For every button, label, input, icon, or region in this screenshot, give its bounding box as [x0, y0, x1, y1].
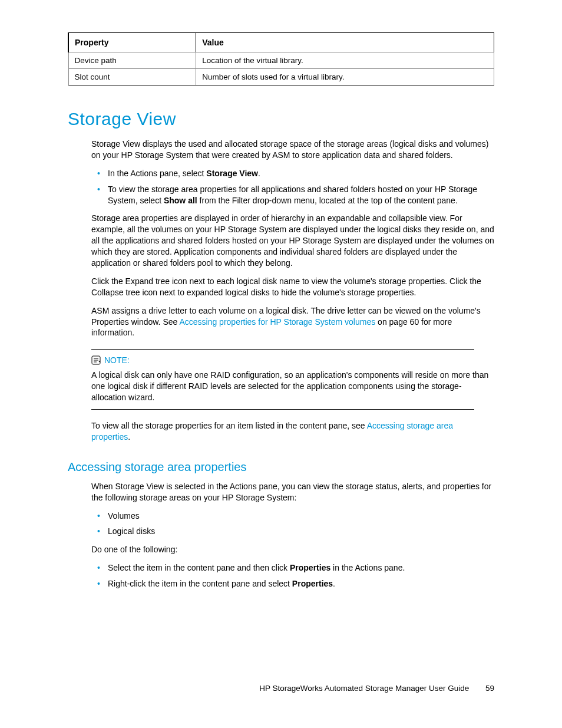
- note-body: A logical disk can only have one RAID co…: [91, 370, 494, 403]
- heading-storage-view: Storage View: [68, 109, 494, 129]
- property-table: Property Value Device path Location of t…: [68, 32, 494, 85]
- heading-accessing-storage-area: Accessing storage area properties: [68, 460, 494, 474]
- page-footer: HP StorageWorks Automated Storage Manage…: [259, 684, 494, 693]
- table-row: Device path Location of the virtual libr…: [68, 52, 494, 69]
- note-rule-top: [91, 349, 474, 350]
- sec2-intro: When Storage View is selected in the Act…: [91, 481, 494, 503]
- table-cell: Device path: [68, 52, 196, 69]
- table-row: Slot count Number of slots used for a vi…: [68, 69, 494, 85]
- intro-paragraph: Storage View displays the used and alloc…: [91, 139, 494, 161]
- note-box: NOTE: A logical disk can only have one R…: [68, 349, 494, 410]
- table-header-property: Property: [68, 33, 196, 52]
- storage-areas-list: Volumes Logical disks: [91, 510, 494, 538]
- do-list: Select the item in the content pane and …: [91, 562, 494, 589]
- view-all-paragraph: To view all the storage properties for a…: [91, 420, 494, 443]
- list-item: Logical disks: [104, 526, 494, 537]
- page-number: 59: [485, 684, 494, 693]
- table-header-value: Value: [196, 33, 494, 52]
- table-cell: Slot count: [68, 69, 196, 85]
- note-icon: [91, 355, 101, 365]
- note-rule-bottom: [91, 409, 474, 410]
- note-header: NOTE:: [91, 355, 494, 365]
- link-accessing-properties-volumes[interactable]: Accessing properties for HP Storage Syst…: [179, 317, 375, 327]
- list-item: To view the storage area properties for …: [104, 184, 494, 206]
- list-item: Right-click the item in the content pane…: [104, 578, 494, 589]
- expand-collapse-paragraph: Click the Expand tree icon next to each …: [91, 276, 494, 298]
- actions-list: In the Actions pane, select Storage View…: [91, 168, 494, 206]
- list-item: Select the item in the content pane and …: [104, 562, 494, 574]
- hierarchy-paragraph: Storage area properties are displayed in…: [91, 213, 494, 268]
- list-item: In the Actions pane, select Storage View…: [104, 168, 494, 179]
- table-cell: Location of the virtual library.: [196, 52, 494, 69]
- table-cell: Number of slots used for a virtual libra…: [196, 69, 494, 85]
- do-one-paragraph: Do one of the following:: [91, 544, 494, 555]
- list-item: Volumes: [104, 510, 494, 522]
- drive-letter-paragraph: ASM assigns a drive letter to each volum…: [91, 305, 494, 339]
- footer-title: HP StorageWorks Automated Storage Manage…: [259, 684, 469, 693]
